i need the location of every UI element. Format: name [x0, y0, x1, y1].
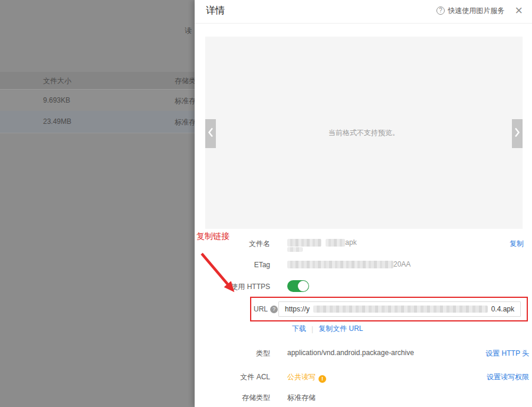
- copy-file-url-link[interactable]: 复制文件 URL: [318, 324, 363, 334]
- table-header-row: 文件大小 存储类: [0, 72, 195, 90]
- acl-public-readwrite[interactable]: 公共读写: [287, 373, 316, 381]
- cell-filesize: 9.693KB: [43, 96, 70, 104]
- clipped-background-text: 读: [185, 26, 192, 36]
- cell-filesize: 23.49MB: [43, 117, 71, 126]
- header-divider: [195, 23, 532, 24]
- https-toggle[interactable]: [287, 280, 309, 292]
- question-circle-icon[interactable]: ?: [436, 6, 445, 15]
- blur-redaction: [287, 261, 393, 268]
- column-header-storage: 存储类: [175, 76, 196, 86]
- prev-file-button[interactable]: [205, 119, 216, 148]
- link-separator: |: [311, 325, 313, 333]
- chevron-left-icon: [208, 127, 214, 140]
- etag-value: 20AA: [287, 260, 411, 268]
- table-row: 9.693KB 标准存: [0, 90, 195, 111]
- filename-suffix: apk: [345, 238, 356, 247]
- preview-area: 当前格式不支持预览。: [205, 37, 523, 229]
- url-label: URL: [254, 305, 268, 313]
- close-icon[interactable]: ×: [515, 5, 523, 16]
- table-row-selected: 23.49MB 标准存: [0, 111, 195, 133]
- https-label: 使用 HTTPS: [195, 282, 270, 292]
- url-prefix: https://y: [285, 305, 310, 313]
- type-value: application/vnd.android.package-archive: [287, 349, 414, 357]
- details-panel: 详情 ? 快速使用图片服务 × 当前格式不支持预览。 文件名: [195, 0, 532, 407]
- image-service-help-link[interactable]: 快速使用图片服务: [448, 6, 504, 16]
- preview-unsupported-message: 当前格式不支持预览。: [329, 128, 399, 138]
- filename-value: apk: [287, 238, 357, 247]
- chevron-right-icon: [514, 127, 520, 140]
- storage-value: 标准存储: [287, 393, 316, 403]
- blur-redaction: [326, 239, 345, 247]
- panel-title: 详情: [206, 5, 225, 17]
- next-file-button[interactable]: [512, 119, 523, 148]
- url-input[interactable]: https://y 0.4.apk: [278, 301, 521, 317]
- warning-icon: !: [318, 375, 326, 383]
- set-acl-link[interactable]: 设置读写权限: [487, 372, 529, 382]
- question-circle-icon[interactable]: ?: [270, 306, 278, 313]
- storage-label: 存储类型: [195, 393, 270, 403]
- acl-label: 文件 ACL: [195, 372, 270, 382]
- etag-label: ETag: [195, 261, 270, 269]
- toggle-knob: [298, 281, 308, 291]
- screenshot-root: 文件大小 存储类 9.693KB 标准存 23.49MB 标准存 读 详情 ? …: [0, 0, 532, 407]
- type-label: 类型: [195, 349, 270, 359]
- set-http-header-link[interactable]: 设置 HTTP 头: [485, 349, 529, 359]
- dimmed-backdrop[interactable]: 文件大小 存储类 9.693KB 标准存 23.49MB 标准存 读: [0, 0, 195, 407]
- download-link[interactable]: 下载: [292, 324, 306, 334]
- etag-suffix: 20AA: [393, 260, 411, 268]
- column-header-filesize: 文件大小: [43, 76, 71, 86]
- url-suffix: 0.4.apk: [491, 305, 514, 313]
- copy-link-annotation: 复制链接: [196, 231, 229, 242]
- copy-filename-link[interactable]: 复制: [510, 239, 524, 249]
- blur-redaction: [287, 239, 321, 247]
- blur-redaction: [287, 247, 303, 252]
- acl-value: 公共读写!: [287, 372, 326, 383]
- cell-storage: 标准存: [175, 96, 196, 106]
- cell-storage: 标准存: [175, 117, 196, 127]
- blur-redaction: [313, 306, 488, 313]
